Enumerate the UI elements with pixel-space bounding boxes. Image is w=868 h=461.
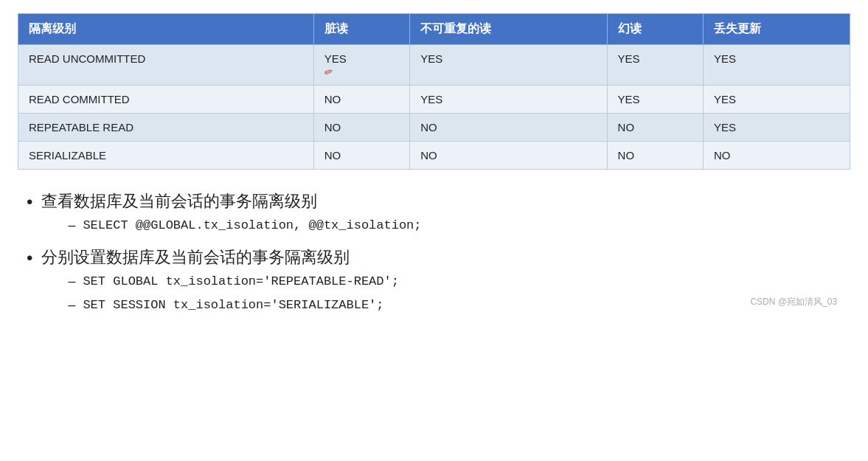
- cell-non-repeatable: NO: [410, 142, 607, 170]
- sub-dash-icon: –: [68, 272, 75, 291]
- cell-isolation: REPEATABLE READ: [18, 114, 314, 142]
- isolation-table: 隔离级别 脏读 不可重复的读 幻读 丢失更新 READ UNCOMMITTEDY…: [18, 13, 850, 170]
- pencil-icon: ✏: [322, 64, 335, 78]
- bullet-text: 分别设置数据库及当前会话的事务隔离级别: [41, 248, 350, 266]
- header-lost-update: 丢失更新: [704, 14, 850, 45]
- cell-isolation: READ UNCOMMITTED: [18, 45, 314, 86]
- header-phantom: 幻读: [607, 14, 703, 45]
- sub-item: –SET GLOBAL tx_isolation='REPEATABLE-REA…: [68, 272, 399, 291]
- bullet-text: 查看数据库及当前会话的事务隔离级别: [41, 192, 317, 210]
- cell-dirty-read: NO: [313, 114, 409, 142]
- sub-item: –SELECT @@GLOBAL.tx_isolation, @@tx_isol…: [68, 216, 421, 235]
- table-row: SERIALIZABLENONONONO: [18, 142, 850, 170]
- sub-text: SET SESSION tx_isolation='SERIALIZABLE';: [83, 296, 383, 315]
- cell-dirty-read: NO: [313, 86, 409, 114]
- sub-text: SET GLOBAL tx_isolation='REPEATABLE-READ…: [83, 272, 398, 291]
- bullet-dot-icon: •: [27, 190, 32, 213]
- cell-phantom: NO: [607, 142, 703, 170]
- cell-phantom: NO: [607, 114, 703, 142]
- cell-lost-update: YES: [704, 45, 850, 86]
- cell-dirty-read: NO: [313, 142, 409, 170]
- cell-phantom: YES: [607, 45, 703, 86]
- header-isolation: 隔离级别: [18, 14, 314, 45]
- header-non-repeatable: 不可重复的读: [410, 14, 607, 45]
- cell-non-repeatable: YES: [410, 86, 607, 114]
- table-row: READ COMMITTEDNOYESYESYES: [18, 86, 850, 114]
- sub-item: –SET SESSION tx_isolation='SERIALIZABLE'…: [68, 296, 399, 315]
- bullet-item: •分别设置数据库及当前会话的事务隔离级别–SET GLOBAL tx_isola…: [27, 246, 850, 319]
- cell-dirty-read: YES✏: [313, 45, 409, 86]
- watermark: CSDN @宛如清风_03: [750, 296, 837, 308]
- cell-lost-update: YES: [704, 114, 850, 142]
- sub-text: SELECT @@GLOBAL.tx_isolation, @@tx_isola…: [83, 216, 421, 235]
- cell-lost-update: NO: [704, 142, 850, 170]
- cell-isolation: SERIALIZABLE: [18, 142, 314, 170]
- cell-lost-update: YES: [704, 86, 850, 114]
- cell-isolation: READ COMMITTED: [18, 86, 314, 114]
- header-dirty-read: 脏读: [313, 14, 409, 45]
- bullet-section: •查看数据库及当前会话的事务隔离级别–SELECT @@GLOBAL.tx_is…: [18, 190, 850, 319]
- cell-phantom: YES: [607, 86, 703, 114]
- cell-non-repeatable: YES: [410, 45, 607, 86]
- sub-dash-icon: –: [68, 296, 75, 314]
- cell-non-repeatable: NO: [410, 114, 607, 142]
- page-wrapper: 隔离级别 脏读 不可重复的读 幻读 丢失更新 READ UNCOMMITTEDY…: [18, 13, 850, 319]
- table-row: REPEATABLE READNONONOYES: [18, 114, 850, 142]
- sub-dash-icon: –: [68, 216, 75, 235]
- table-row: READ UNCOMMITTEDYES✏YESYESYES: [18, 45, 850, 86]
- bullet-item: •查看数据库及当前会话的事务隔离级别–SELECT @@GLOBAL.tx_is…: [27, 190, 850, 239]
- table-header-row: 隔离级别 脏读 不可重复的读 幻读 丢失更新: [18, 14, 850, 45]
- bullet-dot-icon: •: [27, 246, 32, 269]
